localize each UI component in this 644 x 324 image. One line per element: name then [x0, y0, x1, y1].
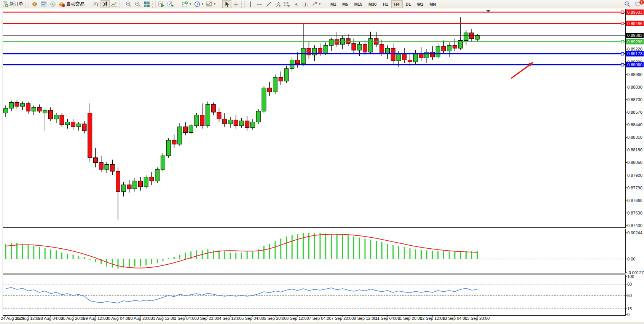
time-axis: 24 Aug 202325 Aug 12:0028 Aug 04:0028 Au… — [1, 315, 490, 321]
horizontal-line-icon — [257, 1, 263, 7]
svg-text:29 Aug 12:00: 29 Aug 12:00 — [83, 316, 108, 321]
chart-shift-marker[interactable] — [486, 10, 491, 13]
svg-text:0.89363: 0.89363 — [627, 33, 642, 38]
notifications-button[interactable]: 1 — [633, 0, 642, 8]
svg-text:0.88830: 0.88830 — [627, 85, 642, 89]
cursor-button[interactable] — [222, 0, 231, 8]
periods-button[interactable]: ▾ — [193, 0, 205, 8]
line-anchor-handle[interactable] — [621, 40, 624, 43]
new-chart-button[interactable]: ▾ — [180, 0, 193, 8]
line-anchor-handle[interactable] — [621, 22, 624, 25]
crosshair-button[interactable] — [231, 0, 241, 8]
text-button[interactable]: A — [292, 0, 301, 8]
tile-windows-icon — [144, 1, 150, 7]
svg-text:0.87530: 0.87530 — [627, 211, 642, 215]
line-chart-button[interactable] — [110, 0, 119, 8]
new-chart-icon — [182, 1, 188, 7]
bar-chart-button[interactable] — [91, 0, 100, 8]
line-anchor-handle[interactable] — [621, 52, 624, 55]
svg-text:0.89298: 0.89298 — [627, 40, 642, 44]
level-price-tag — [626, 10, 644, 15]
chevron-down-icon[interactable]: ▾ — [319, 2, 320, 6]
pane-frames — [3, 9, 625, 315]
text-label-button[interactable]: T — [301, 0, 310, 8]
svg-text:4 Sep 12:00: 4 Sep 12:00 — [219, 316, 241, 321]
profiles-icon — [32, 1, 38, 7]
svg-text:11 Sep 20:00: 11 Sep 20:00 — [398, 316, 422, 321]
level-price-tag — [626, 21, 644, 26]
line-anchor-handle[interactable] — [621, 11, 624, 13]
fibonacci-button[interactable]: F — [282, 0, 292, 8]
arrow-annotation[interactable] — [511, 62, 534, 78]
price-levels-layer: 0.896030.894860.893630.892980.891730.890… — [3, 10, 644, 67]
timeframe-h1-button[interactable]: H1 — [379, 0, 391, 8]
horizontal-line-button[interactable] — [255, 0, 264, 8]
svg-text:0.89173: 0.89173 — [627, 51, 642, 56]
svg-text:0.88700: 0.88700 — [627, 97, 642, 102]
svg-text:1 Sep 04:00: 1 Sep 04:00 — [174, 316, 196, 321]
svg-text:30 Aug 04:00: 30 Aug 04:00 — [106, 316, 131, 321]
signals-button[interactable] — [48, 0, 57, 8]
autotrade-button[interactable]: 自动交易 — [57, 0, 86, 8]
toolbar-separator — [152, 1, 156, 8]
trendline-icon — [266, 1, 272, 7]
new-order-button-label: 新订单 — [10, 1, 23, 7]
arrows-button[interactable]: ▾ — [310, 0, 322, 8]
toolbar: 新订单自动交易▾▾▾EFAT▾M1M5M15M30H1H4D1W1MN1 — [0, 0, 644, 8]
timeframe-m5-button[interactable]: M5 — [339, 0, 351, 8]
svg-text:5 Sep 20:00: 5 Sep 20:00 — [264, 316, 286, 321]
periods-icon — [194, 1, 200, 7]
charts-button[interactable] — [39, 0, 48, 8]
trendline-button[interactable] — [264, 0, 273, 8]
chart-object-anchor-icon[interactable] — [4, 10, 8, 14]
zoom-in-icon — [126, 1, 132, 7]
line-anchor-handle[interactable] — [621, 64, 624, 66]
svg-text:100: 100 — [627, 274, 634, 279]
zoom-out-button[interactable] — [133, 0, 142, 8]
chevron-down-icon[interactable]: ▾ — [214, 2, 215, 6]
svg-text:0.89060: 0.89060 — [627, 62, 642, 67]
timeframe-h4-button[interactable]: H4 — [391, 0, 403, 8]
new-order-icon — [2, 1, 8, 7]
indicators-button[interactable]: ▾ — [205, 0, 217, 8]
step-forward-button[interactable] — [166, 0, 175, 8]
svg-text:24 Aug 2023: 24 Aug 2023 — [1, 316, 24, 321]
fibonacci-icon: F — [284, 1, 290, 7]
vertical-line-button[interactable] — [246, 0, 255, 8]
search-button[interactable] — [623, 0, 632, 8]
svg-text:7 Sep 20:00: 7 Sep 20:00 — [331, 316, 354, 321]
autotrade-icon — [59, 1, 65, 7]
candles-layer — [4, 17, 480, 219]
svg-text:25 Aug 12:00: 25 Aug 12:00 — [16, 316, 41, 321]
text-icon: A — [293, 1, 299, 7]
zoom-in-button[interactable] — [124, 0, 133, 8]
svg-text:0: 0 — [627, 312, 630, 317]
charts-icon — [41, 1, 47, 7]
arrows-icon — [311, 1, 317, 7]
timeframe-w1-button[interactable]: W1 — [414, 0, 427, 8]
svg-text:30 Aug 20:00: 30 Aug 20:00 — [128, 316, 153, 321]
indicator-gridlines — [3, 259, 625, 309]
timeframe-d1-button[interactable]: D1 — [403, 0, 414, 8]
autotrade-button-label: 自动交易 — [66, 1, 84, 7]
profiles-button[interactable] — [30, 0, 39, 8]
svg-text:0.87920: 0.87920 — [627, 173, 642, 178]
chevron-down-icon[interactable]: ▾ — [190, 2, 191, 6]
chart-title: ▼ USDCHF-,H4 0.89323 0.89378 0.89306 0.8… — [4, 10, 114, 15]
toolbar-separator — [241, 1, 245, 8]
chevron-down-icon[interactable]: ▾ — [202, 2, 203, 6]
tile-windows-button[interactable] — [142, 0, 151, 8]
new-order-button[interactable]: 新订单 — [1, 0, 25, 8]
svg-text:0.88310: 0.88310 — [627, 135, 642, 140]
strategy-tester-button[interactable] — [157, 0, 166, 8]
timeframe-m1-button[interactable]: M1 — [327, 0, 339, 8]
svg-text:13 Sep 20:00: 13 Sep 20:00 — [465, 316, 489, 321]
candlestick-chart-button[interactable] — [100, 0, 110, 8]
crosshair-icon — [233, 1, 239, 7]
timeframe-m15-button[interactable]: M15 — [351, 0, 365, 8]
svg-text:13 Sep 04:00: 13 Sep 04:00 — [442, 316, 467, 321]
toolbar-separator — [120, 1, 123, 8]
timeframe-m30-button[interactable]: M30 — [365, 0, 379, 8]
channel-button[interactable]: E — [273, 0, 282, 8]
timeframe-mn-button[interactable]: MN — [426, 0, 439, 8]
